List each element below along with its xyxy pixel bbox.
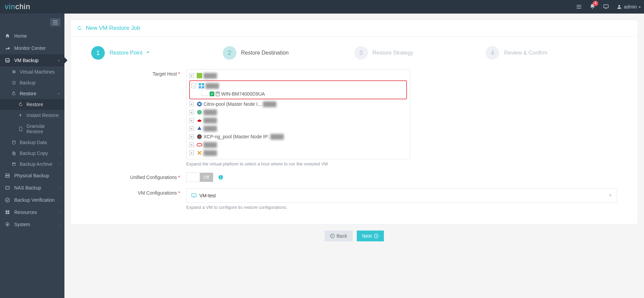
tree-node[interactable]: + ████ (189, 108, 407, 116)
logo: vinchin (5, 2, 30, 11)
content: New VM Restore Job 1 Restore Point 2 Res… (64, 14, 644, 298)
next-button[interactable]: Next (357, 231, 384, 241)
svg-rect-21 (6, 211, 7, 212)
svg-rect-17 (6, 174, 9, 176)
expand-icon[interactable]: + (189, 102, 194, 106)
unified-config-toggle[interactable]: Off (186, 173, 213, 182)
svg-point-5 (618, 5, 620, 7)
step-restore-point[interactable]: 1 Restore Point (91, 46, 223, 60)
vm-name: VM-test (199, 193, 216, 198)
svg-rect-8 (12, 71, 15, 71)
oracle-icon (197, 142, 202, 147)
nav-backup[interactable]: Backup (0, 77, 64, 88)
info-icon[interactable] (218, 175, 223, 180)
tree-node[interactable]: + ████ (189, 124, 407, 133)
svg-rect-9 (12, 72, 15, 72)
log-icon[interactable] (576, 4, 582, 10)
nav-backup-archive[interactable]: Backup Archive ‹ (0, 159, 64, 170)
plus-icon: + (608, 192, 612, 199)
expand-icon[interactable]: + (189, 142, 194, 147)
tree-node[interactable]: + ████ (189, 116, 407, 124)
expand-icon[interactable]: + (189, 73, 194, 78)
svg-point-44 (330, 234, 334, 238)
unified-conf-label: Unified Configurations* (91, 173, 186, 182)
panel-title: New VM Restore Job (71, 20, 638, 37)
nav-resources[interactable]: Resources ‹ (0, 206, 64, 218)
restore-icon (12, 91, 16, 96)
chevron-right-icon: ‹ (59, 174, 60, 178)
topbar-right: 4 admin ▾ (576, 3, 641, 11)
host-icon (216, 92, 220, 96)
target-host-tree[interactable]: + ████ − ████ (186, 69, 410, 159)
checkbox-checked[interactable] (210, 92, 214, 96)
svg-rect-38 (197, 143, 202, 146)
flash-icon (18, 113, 23, 118)
svg-rect-33 (217, 93, 219, 94)
collapse-icon[interactable]: − (191, 83, 196, 88)
tree-node[interactable]: + Citrix-pool (Master Node I... ████ (189, 100, 407, 108)
nav-backup-data[interactable]: Backup Data (0, 137, 64, 148)
tree-node[interactable]: + ████ (189, 149, 407, 157)
resources-icon (5, 210, 10, 215)
nav-system[interactable]: System ‹ (0, 218, 64, 231)
svg-rect-19 (6, 186, 9, 189)
windows-icon (199, 83, 204, 88)
expand-icon[interactable]: + (189, 134, 194, 139)
sidebar-toggle[interactable] (50, 18, 60, 26)
step-restore-destination[interactable]: 2 Restore Destination (223, 46, 354, 60)
nav-restore-sub[interactable]: Restore (0, 99, 64, 110)
svg-rect-3 (604, 5, 608, 8)
step-restore-strategy[interactable]: 3 Restore Strategy (354, 46, 486, 60)
notification-button[interactable]: 4 (589, 3, 596, 11)
tree-node-expanded[interactable]: − ████ (191, 82, 405, 90)
tree-node[interactable]: + ████ (189, 141, 407, 149)
expand-icon[interactable]: + (189, 110, 194, 115)
tree-node-host[interactable]: WIN-BM74000D9UA (191, 90, 405, 98)
home-icon (5, 33, 10, 39)
svg-rect-22 (8, 211, 9, 212)
svg-rect-10 (12, 73, 15, 73)
svg-rect-1 (577, 6, 581, 7)
nav-vm-backup[interactable]: VM VM Backup ▾ (0, 54, 64, 66)
nav-backup-verification[interactable]: Backup Verification ‹ (0, 194, 64, 206)
svg-rect-4 (605, 8, 607, 9)
nav-virtual-machines[interactable]: Virtual Machines (0, 66, 64, 77)
highlight-box: − ████ WIN-BM74000D9UA (189, 80, 407, 99)
archive-icon (12, 162, 16, 166)
svg-rect-13 (13, 152, 15, 154)
nav-home[interactable]: Home (0, 30, 64, 42)
svg-rect-23 (6, 213, 7, 214)
tree-node[interactable]: + XCP-ng_pool (Master Node IP: ████ (189, 133, 407, 141)
svg-rect-18 (6, 176, 9, 178)
verify-icon (5, 197, 10, 203)
svg-rect-26 (197, 73, 202, 78)
svg-rect-16 (13, 163, 15, 165)
tree-node[interactable]: + ████ (189, 72, 407, 80)
user-menu[interactable]: admin ▾ (617, 4, 641, 9)
nav-restore[interactable]: Restore ▾ (0, 88, 64, 99)
svg-rect-28 (202, 83, 204, 85)
history-icon (77, 25, 82, 31)
nav-physical-backup[interactable]: Physical Backup ‹ (0, 170, 64, 182)
nav-monitor-center[interactable]: Monitor Center (0, 42, 64, 54)
monitor-icon[interactable] (603, 4, 609, 10)
expand-icon[interactable]: + (189, 118, 194, 123)
chevron-right-icon: ‹ (59, 162, 60, 166)
back-button[interactable]: Back (325, 231, 353, 241)
expand-icon[interactable]: + (189, 126, 194, 131)
step-review-confirm[interactable]: 4 Review & Confirm (486, 46, 617, 60)
svg-rect-2 (577, 8, 581, 9)
nav-nas-backup[interactable]: NAS Backup ‹ (0, 182, 64, 194)
username: admin (624, 4, 637, 9)
chevron-right-icon: ‹ (59, 223, 60, 226)
nav-backup-copy[interactable]: Backup Copy ‹ (0, 148, 64, 159)
platform-icon (197, 150, 202, 156)
vm-conf-label: VM Configurations* (91, 188, 186, 210)
svg-rect-30 (202, 86, 204, 88)
nav-granular-restore[interactable]: Granular Restore (0, 121, 64, 137)
vm-config-expander[interactable]: VM-test + (186, 188, 617, 203)
nav-instant-restore[interactable]: Instant Restore (0, 110, 64, 121)
list-icon (12, 69, 16, 74)
expand-icon[interactable]: + (189, 151, 194, 155)
server-icon (5, 173, 10, 178)
